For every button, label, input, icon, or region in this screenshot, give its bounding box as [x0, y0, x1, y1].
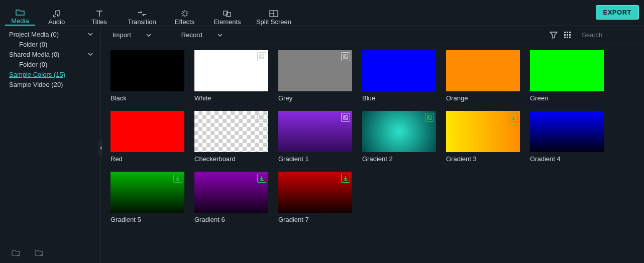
- sidebar-item[interactable]: Folder (0): [0, 39, 100, 49]
- svg-point-14: [261, 56, 262, 57]
- thumbnail[interactable]: Blue: [362, 50, 436, 102]
- image-badge-icon: [341, 113, 350, 122]
- svg-point-16: [345, 56, 346, 57]
- import-dropdown[interactable]: Import: [113, 31, 151, 39]
- thumbnail[interactable]: Gradient 1: [278, 111, 352, 163]
- sidebar-item-label: Folder (0): [19, 41, 47, 48]
- svg-rect-9: [564, 37, 566, 38]
- thumbnail-swatch: [446, 111, 520, 152]
- thumbnail[interactable]: Orange: [446, 50, 520, 102]
- split-screen-icon: [269, 9, 279, 18]
- tab-media[interactable]: Media: [5, 3, 35, 26]
- image-badge-icon: [425, 113, 434, 122]
- thumbnail-label: Red: [111, 155, 184, 163]
- thumbnail[interactable]: Gradient 7: [278, 172, 352, 223]
- search-input[interactable]: [582, 31, 644, 39]
- thumbnail-swatch: [194, 172, 268, 213]
- svg-rect-0: [224, 11, 228, 15]
- thumbnail-grid: BlackWhiteGreyBlueOrangeGreenRedCheckerb…: [111, 50, 639, 223]
- thumbnail[interactable]: Gradient 4: [530, 111, 604, 163]
- folder-icon: [15, 8, 25, 17]
- tab-transition[interactable]: Transition: [121, 3, 163, 26]
- tab-label: Elements: [213, 18, 241, 26]
- svg-rect-11: [569, 37, 571, 38]
- thumbnail-label: Gradient 6: [194, 216, 268, 223]
- thumbnail-swatch: [278, 172, 352, 213]
- download-badge-icon: [257, 174, 266, 183]
- text-icon: [94, 9, 104, 18]
- thumbnail-label: Gradient 5: [111, 216, 184, 223]
- sparkle-icon: [180, 9, 190, 18]
- elements-icon: [223, 9, 233, 18]
- download-badge-icon: [509, 113, 518, 122]
- delete-folder-icon[interactable]: [32, 246, 46, 260]
- thumbnail-swatch: [530, 50, 604, 91]
- thumbnail[interactable]: Black: [111, 50, 184, 102]
- tab-effects[interactable]: Effects: [163, 3, 206, 26]
- transition-icon: [137, 9, 147, 18]
- chevron-down-icon: [88, 53, 93, 56]
- thumbnail[interactable]: Grey: [278, 50, 352, 102]
- new-folder-icon[interactable]: [9, 246, 23, 260]
- thumbnail[interactable]: Green: [530, 50, 604, 102]
- thumbnail-label: Orange: [446, 94, 520, 102]
- chevron-down-icon: [146, 34, 151, 37]
- grid-view-icon[interactable]: [561, 28, 575, 42]
- thumbnail-swatch: [362, 111, 436, 152]
- tab-label: Transition: [128, 18, 156, 26]
- tab-audio[interactable]: Audio: [35, 3, 78, 26]
- tab-label: Effects: [175, 18, 195, 26]
- sidebar: Project Media (0)Folder (0)Shared Media …: [0, 26, 100, 263]
- thumbnail-label: Gradient 4: [530, 155, 604, 163]
- thumbnail-swatch: [111, 172, 184, 213]
- thumbnail[interactable]: Gradient 2: [362, 111, 436, 163]
- svg-rect-7: [567, 34, 568, 36]
- sidebar-item[interactable]: Folder (0): [0, 59, 100, 69]
- sidebar-item-label: Project Media (0): [9, 31, 59, 38]
- sidebar-item-label: Folder (0): [19, 61, 47, 68]
- thumbnail[interactable]: Gradient 3: [446, 111, 520, 163]
- thumbnail[interactable]: Red: [111, 111, 184, 163]
- svg-point-20: [345, 116, 346, 117]
- image-badge-icon: [341, 52, 350, 61]
- export-button[interactable]: EXPORT: [596, 5, 639, 20]
- thumbnail-swatch: [278, 111, 352, 152]
- thumbnail-label: Gradient 1: [278, 155, 352, 163]
- thumbnail-swatch: [111, 111, 184, 152]
- thumbnail-label: Gradient 3: [446, 155, 520, 163]
- filter-icon[interactable]: [547, 28, 561, 42]
- tab-label: Audio: [48, 18, 65, 26]
- thumbnail[interactable]: Checkerboard: [194, 111, 268, 163]
- sidebar-item[interactable]: Sample Video (20): [0, 79, 100, 89]
- thumbnail-swatch: [530, 111, 604, 152]
- sidebar-item[interactable]: Project Media (0): [0, 29, 100, 39]
- thumbnail-label: Blue: [362, 94, 436, 102]
- sidebar-item[interactable]: Sample Colors (15): [0, 69, 100, 79]
- image-badge-icon: [257, 52, 266, 61]
- thumbnail-swatch: [194, 111, 268, 152]
- sidebar-item-label: Sample Colors (15): [9, 71, 65, 78]
- thumbnail-label: Checkerboard: [194, 155, 268, 163]
- chevron-down-icon: [218, 34, 223, 37]
- tab-split-screen[interactable]: Split Screen: [249, 3, 299, 26]
- tab-elements[interactable]: Elements: [206, 3, 249, 26]
- svg-point-22: [428, 116, 430, 117]
- tab-titles[interactable]: Titles: [78, 3, 121, 26]
- sidebar-item[interactable]: Shared Media (0): [0, 49, 100, 59]
- tab-label: Titles: [91, 18, 107, 26]
- thumbnail[interactable]: White: [194, 50, 268, 102]
- thumbnail[interactable]: Gradient 6: [194, 172, 268, 223]
- search-box: [579, 29, 639, 42]
- svg-rect-3: [564, 32, 566, 33]
- sidebar-drag-handle[interactable]: [98, 141, 102, 156]
- thumbnail-swatch: [446, 50, 520, 91]
- thumbnail[interactable]: Gradient 5: [111, 172, 184, 223]
- tab-label: Media: [11, 17, 29, 25]
- thumbnail-label: Gradient 2: [362, 155, 436, 163]
- music-icon: [52, 9, 62, 18]
- svg-rect-4: [567, 32, 568, 33]
- download-badge-icon: [173, 174, 182, 183]
- thumbnail-swatch: [111, 50, 184, 91]
- thumbnail-swatch: [194, 50, 268, 91]
- record-dropdown[interactable]: Record: [181, 31, 223, 39]
